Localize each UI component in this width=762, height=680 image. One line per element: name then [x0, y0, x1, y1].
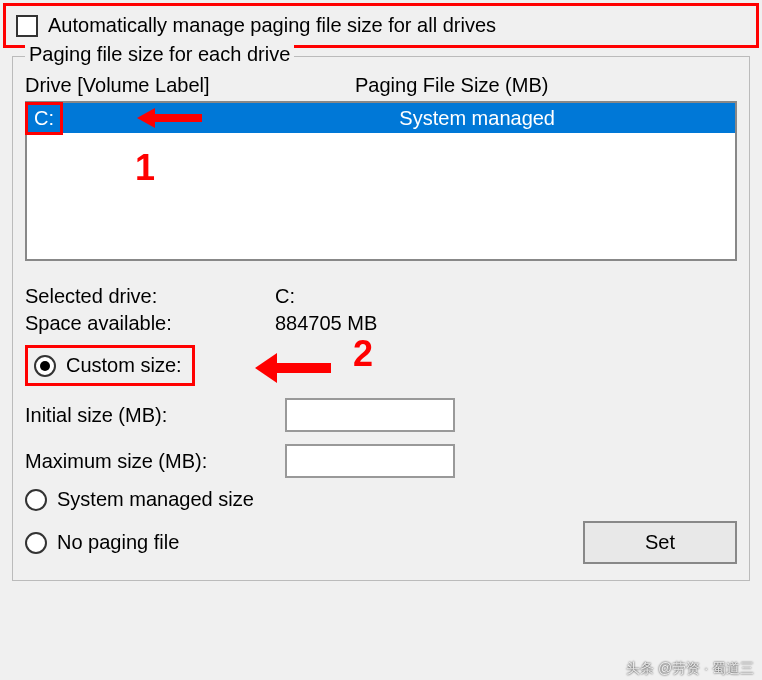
space-available-value: 884705 MB	[275, 312, 377, 335]
maximum-size-input[interactable]	[285, 444, 455, 478]
svg-rect-2	[273, 363, 331, 373]
selected-drive-label: Selected drive:	[25, 285, 275, 308]
list-headers: Drive [Volume Label] Paging File Size (M…	[25, 74, 737, 97]
paging-file-group: Paging file size for each drive Drive [V…	[12, 56, 750, 581]
table-row[interactable]: C: System managed	[27, 103, 735, 133]
radio-system-label: System managed size	[57, 488, 254, 511]
info-block: Selected drive: C: Space available: 8847…	[25, 285, 737, 335]
initial-size-label: Initial size (MB):	[25, 404, 285, 427]
annotation-number-1: 1	[135, 147, 155, 189]
radio-no-paging-label: No paging file	[57, 531, 179, 554]
initial-size-row: Initial size (MB):	[25, 398, 737, 432]
radio-custom-label: Custom size:	[66, 354, 182, 377]
initial-size-input[interactable]	[285, 398, 455, 432]
radio-custom-size-row[interactable]: Custom size: 2	[25, 345, 737, 386]
maximum-size-label: Maximum size (MB):	[25, 450, 285, 473]
space-available-label: Space available:	[25, 312, 275, 335]
annotation-arrow-2-icon	[255, 353, 335, 383]
maximum-size-row: Maximum size (MB):	[25, 444, 737, 478]
header-size: Paging File Size (MB)	[355, 74, 548, 97]
radio-no-paging[interactable]	[25, 532, 47, 554]
group-title: Paging file size for each drive	[25, 43, 294, 66]
radio-custom-size[interactable]	[34, 355, 56, 377]
set-button[interactable]: Set	[583, 521, 737, 564]
annotation-box-2: Custom size:	[25, 345, 195, 386]
drive-listbox[interactable]: C: System managed 1	[25, 101, 737, 261]
auto-manage-row[interactable]: Automatically manage paging file size fo…	[3, 3, 759, 48]
auto-manage-checkbox[interactable]	[16, 15, 38, 37]
header-drive: Drive [Volume Label]	[25, 74, 355, 97]
svg-marker-3	[255, 353, 277, 383]
watermark-text: 头条 @劳资 · 蜀道三	[626, 660, 754, 678]
radio-no-paging-row[interactable]: No paging file	[25, 531, 179, 554]
radio-system-managed-row[interactable]: System managed size	[25, 488, 737, 511]
auto-manage-label: Automatically manage paging file size fo…	[48, 14, 496, 37]
selected-drive-value: C:	[275, 285, 295, 308]
radio-dot-icon	[40, 361, 50, 371]
size-cell: System managed	[399, 107, 735, 130]
drive-cell: C:	[25, 102, 63, 135]
annotation-2-wrap: 2	[255, 347, 373, 389]
annotation-number-2: 2	[353, 333, 373, 375]
radio-system-managed[interactable]	[25, 489, 47, 511]
